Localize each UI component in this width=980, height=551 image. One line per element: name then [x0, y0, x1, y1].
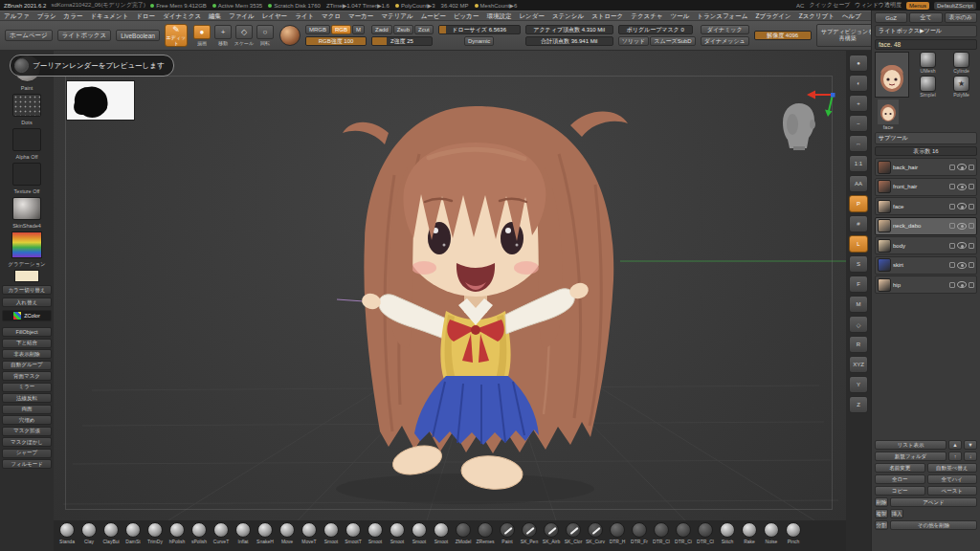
visibility-eye-icon[interactable]: [957, 262, 967, 269]
subtool-action-1-[interactable]: ↑: [948, 452, 962, 461]
subtool-header[interactable]: サブツール: [875, 132, 977, 144]
smooth-subd-button[interactable]: スムーズSubD: [650, 36, 695, 46]
visibility-eye-icon[interactable]: [957, 223, 967, 230]
visibility-eye-icon[interactable]: [957, 203, 967, 209]
brush-damst-3[interactable]: DamSt: [122, 522, 144, 544]
titlebar-menus[interactable]: Menus: [906, 2, 929, 10]
paint-icon[interactable]: [949, 184, 955, 189]
menu-item-15[interactable]: 環境設定: [482, 11, 515, 21]
zoom-out-icon[interactable]: −: [849, 115, 868, 132]
face-tool-slot[interactable]: face: [875, 99, 902, 130]
local-transform-icon[interactable]: L: [849, 235, 868, 253]
folder-icon[interactable]: [969, 165, 974, 170]
zsub-button[interactable]: Zsub: [393, 25, 413, 34]
dynamic-draw-size-toggle[interactable]: Dynamic: [464, 36, 494, 46]
m-button[interactable]: M: [352, 25, 365, 34]
brush-snakeh-9[interactable]: SnakeH: [255, 522, 276, 544]
menu-item-4[interactable]: ドロー: [132, 11, 159, 21]
left-action-5[interactable]: ミラー: [2, 383, 52, 392]
brush-smoot-14[interactable]: Smoot: [365, 522, 386, 544]
visibility-eye-icon[interactable]: [957, 164, 967, 170]
brush-stitch-30[interactable]: Stitch: [717, 522, 738, 544]
subtool-row-hip[interactable]: hip: [875, 276, 977, 294]
menu-item-3[interactable]: ドキュメント: [86, 11, 132, 21]
rotate-mode-button[interactable]: ○ 回転: [256, 25, 275, 46]
brush-smoot-17[interactable]: Smoot: [431, 522, 452, 544]
subtool-row-back_hair[interactable]: back_hair: [875, 158, 977, 176]
folder-icon[interactable]: [969, 204, 974, 209]
left-action-11[interactable]: シャープ: [2, 449, 52, 458]
subtool-row-neck_dabo[interactable]: neck_dabo: [875, 217, 977, 235]
lightbox-button[interactable]: ライトボックス: [57, 30, 112, 41]
active-tool-thumbnail[interactable]: [875, 52, 909, 98]
brush-dtr_cl-29[interactable]: DTR_Cl: [695, 522, 716, 544]
folder-icon[interactable]: [969, 184, 974, 189]
actual-size-icon[interactable]: 1:1: [849, 155, 868, 172]
menu-item-6[interactable]: 編集: [205, 11, 225, 21]
left-action-3[interactable]: 自動グループ: [2, 361, 52, 370]
brush-zmodel-18[interactable]: ZModel: [453, 522, 474, 544]
solid-button[interactable]: ソリッド: [618, 36, 650, 46]
brush-trimdy-4[interactable]: TrimDy: [145, 522, 166, 544]
paint-icon[interactable]: [949, 223, 955, 229]
titlebar-defaultzscript[interactable]: DefaultZScript: [934, 2, 976, 10]
brush-hpolish-5[interactable]: hPolish: [167, 522, 188, 544]
visibility-eye-icon[interactable]: [957, 184, 967, 190]
menu-item-18[interactable]: ストローク: [588, 11, 627, 21]
zadd-button[interactable]: Zadd: [371, 25, 392, 34]
subtool-action-5-[interactable]: 削除: [875, 497, 888, 507]
visibility-eye-icon[interactable]: [957, 281, 967, 288]
color-picker[interactable]: [11, 231, 42, 258]
brush-rake-31[interactable]: Rake: [739, 522, 760, 544]
edit-mode-button[interactable]: ✎ エディット: [165, 24, 188, 47]
move-mode-button[interactable]: + 移動: [213, 25, 233, 46]
frame-mesh-icon[interactable]: F: [849, 276, 868, 293]
polygroup-mask-slider[interactable]: ポリグループマスク 0: [618, 25, 693, 34]
xyz-lock-icon[interactable]: XYZ: [849, 356, 868, 373]
subtool-action-0-[interactable]: リスト表示: [875, 440, 947, 450]
subtool-action-3-[interactable]: 全ロー: [875, 474, 925, 484]
alpha-thumbnail[interactable]: [12, 128, 41, 151]
brush-movet-11[interactable]: MoveT: [299, 522, 320, 544]
y-lock-icon[interactable]: Y: [849, 376, 868, 393]
menu-item-11[interactable]: マーカー: [345, 11, 377, 21]
folder-icon[interactable]: [969, 282, 974, 288]
perspective-icon[interactable]: P: [849, 195, 868, 212]
dynamic-button[interactable]: ダイナミック: [701, 25, 749, 34]
menu-item-21[interactable]: トランスフォーム: [693, 11, 751, 21]
draw-size-slider[interactable]: ドローサイズ 6.5636: [438, 25, 521, 34]
menu-item-16[interactable]: レンダー: [515, 11, 547, 21]
subtool-action-0-[interactable]: ▼: [964, 440, 977, 450]
brush-smoot-15[interactable]: Smoot: [387, 522, 408, 544]
menu-item-0[interactable]: アルファ: [0, 11, 33, 21]
subtool-action-6-[interactable]: 複製: [875, 509, 888, 518]
z-intensity-slider[interactable]: Z強度 25: [371, 36, 433, 46]
visible-count-slider[interactable]: 表示数 16: [875, 146, 977, 156]
menu-item-14[interactable]: ピッカー: [450, 11, 482, 21]
zcut-button[interactable]: Zcut: [414, 25, 434, 34]
subtool-row-skirt[interactable]: skirt: [875, 256, 977, 275]
brush-dtr_cl-27[interactable]: DTR_Cl: [651, 522, 672, 544]
subtool-action-4-[interactable]: コピー: [875, 486, 925, 496]
paint-icon[interactable]: [949, 165, 955, 170]
menu-item-7[interactable]: ファイル: [225, 11, 258, 21]
paint-icon[interactable]: [949, 262, 955, 268]
zcolor-button[interactable]: ZColor: [2, 310, 52, 321]
rotate-canvas-icon[interactable]: R: [849, 336, 868, 353]
menu-item-12[interactable]: マテリアル: [377, 11, 416, 21]
subtool-action-1-[interactable]: 新規フォルダ: [875, 452, 947, 461]
menu-item-22[interactable]: Zプラグイン: [751, 11, 794, 21]
left-action-4[interactable]: 背面マスク: [2, 371, 52, 381]
paint-icon[interactable]: [949, 204, 955, 209]
viewport-canvas[interactable]: [54, 51, 846, 520]
menu-item-24[interactable]: ヘルプ: [838, 11, 865, 21]
current-material-sphere[interactable]: [279, 25, 301, 46]
goz-visible-button[interactable]: 表示のみ: [945, 12, 977, 23]
brush-smoott-13[interactable]: SmootT: [343, 522, 364, 544]
scale-canvas-icon[interactable]: ◇: [849, 316, 868, 333]
left-action-6[interactable]: 法線反転: [2, 393, 52, 403]
menu-item-1[interactable]: ブラシ: [33, 11, 60, 21]
brush-spolish-6[interactable]: sPolish: [189, 522, 210, 544]
brush-sk_pen-21[interactable]: SK_Pen: [519, 522, 540, 544]
left-action-10[interactable]: マスクぼかし: [2, 437, 52, 447]
